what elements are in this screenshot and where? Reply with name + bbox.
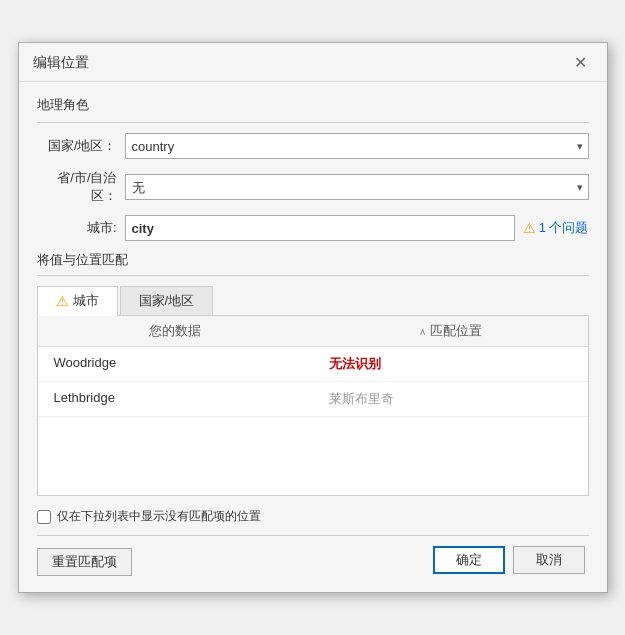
col-your-data-label: 您的数据 <box>149 322 201 340</box>
ok-button[interactable]: 确定 <box>433 546 505 574</box>
dialog-title: 编辑位置 <box>33 54 89 72</box>
col-match-label: 匹配位置 <box>430 322 482 340</box>
footer-buttons: 确定 取消 <box>433 546 589 578</box>
section-divider-2 <box>37 275 589 276</box>
country-select[interactable]: country <box>125 133 589 159</box>
section-divider-1 <box>37 122 589 123</box>
col-match-header: ∧ 匹配位置 <box>313 320 588 342</box>
data-table-header: 您的数据 ∧ 匹配位置 <box>38 316 588 347</box>
table-row[interactable]: Woodridge 无法识别 <box>38 347 588 382</box>
warning-text: 1 个问题 <box>539 219 589 237</box>
match-section-label: 将值与位置匹配 <box>37 251 589 269</box>
close-button[interactable]: ✕ <box>568 53 593 73</box>
tab-city-label: 城市 <box>73 292 99 310</box>
checkbox-row: 仅在下拉列表中显示没有匹配项的位置 <box>37 508 589 525</box>
data-table-container: 您的数据 ∧ 匹配位置 Woodridge 无法识别 Lethbridge 莱斯… <box>37 316 589 496</box>
title-bar: 编辑位置 ✕ <box>19 43 607 82</box>
footer-divider <box>37 535 589 536</box>
col-your-data-header: 您的数据 <box>38 320 313 342</box>
tab-city-warning-icon: ⚠ <box>56 293 69 309</box>
geo-role-section-label: 地理角色 <box>37 96 589 114</box>
cell-matched-1: 莱斯布里奇 <box>313 387 588 411</box>
province-select[interactable]: 无 <box>125 174 589 200</box>
tabs-row: ⚠ 城市 国家/地区 <box>37 286 589 316</box>
edit-location-dialog: 编辑位置 ✕ 地理角色 国家/地区： country 省/市/自治区： 无 <box>18 42 608 593</box>
show-unmatched-label[interactable]: 仅在下拉列表中显示没有匹配项的位置 <box>57 508 261 525</box>
province-row: 省/市/自治区： 无 <box>37 169 589 205</box>
show-unmatched-checkbox[interactable] <box>37 510 51 524</box>
sort-icon: ∧ <box>419 326 426 337</box>
cell-matched-0: 无法识别 <box>313 352 588 376</box>
country-select-wrapper: country <box>125 133 589 159</box>
tab-country[interactable]: 国家/地区 <box>120 286 214 316</box>
cell-your-data-0: Woodridge <box>38 352 313 376</box>
cancel-button[interactable]: 取消 <box>513 546 585 574</box>
tab-city[interactable]: ⚠ 城市 <box>37 286 118 316</box>
reset-button[interactable]: 重置匹配项 <box>37 548 132 576</box>
country-label: 国家/地区： <box>37 137 125 155</box>
province-label: 省/市/自治区： <box>37 169 125 205</box>
table-row[interactable]: Lethbridge 莱斯布里奇 <box>38 382 588 417</box>
footer-row: 重置匹配项 确定 取消 <box>37 546 589 578</box>
city-label: 城市: <box>37 219 125 237</box>
tab-country-label: 国家/地区 <box>139 292 195 310</box>
cell-your-data-1: Lethbridge <box>38 387 313 411</box>
province-select-wrapper: 无 <box>125 174 589 200</box>
city-row: 城市: ⚠ 1 个问题 <box>37 215 589 241</box>
warning-icon: ⚠ <box>523 220 536 236</box>
country-row: 国家/地区： country <box>37 133 589 159</box>
city-input[interactable] <box>125 215 515 241</box>
warning-link[interactable]: ⚠ 1 个问题 <box>523 219 589 237</box>
